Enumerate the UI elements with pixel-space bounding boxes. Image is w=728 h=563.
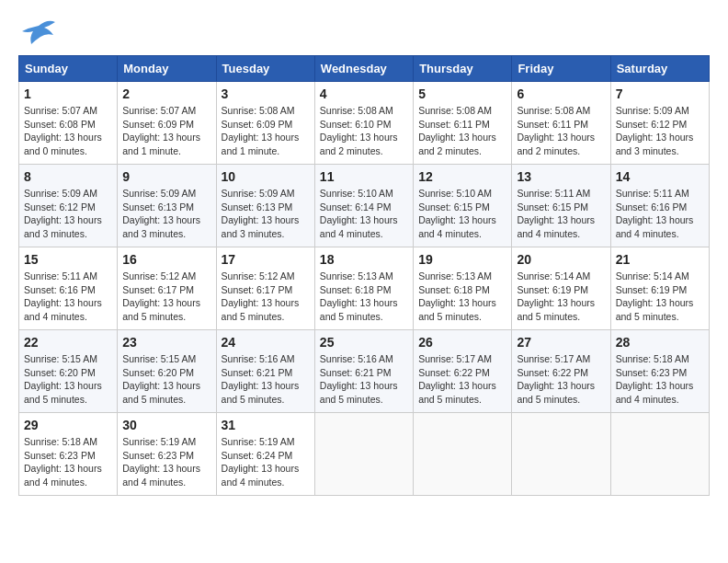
day-info-27: Sunrise: 5:17 AM Sunset: 6:22 PM Dayligh… <box>517 352 605 407</box>
day-number-16: 16 <box>122 252 210 267</box>
empty-cell <box>610 413 709 496</box>
day-info-14: Sunrise: 5:11 AM Sunset: 6:16 PM Dayligh… <box>616 187 704 241</box>
day-info-10: Sunrise: 5:09 AM Sunset: 6:13 PM Dayligh… <box>222 187 310 241</box>
weekday-saturday: Saturday <box>610 56 709 82</box>
day-info-20: Sunrise: 5:14 AM Sunset: 6:19 PM Dayligh… <box>517 270 605 324</box>
day-number-23: 23 <box>122 335 210 350</box>
day-info-25: Sunrise: 5:16 AM Sunset: 6:21 PM Dayligh… <box>320 352 408 407</box>
weekday-wednesday: Wednesday <box>314 56 413 82</box>
day-cell-3: 3Sunrise: 5:08 AM Sunset: 6:09 PM Daylig… <box>216 82 314 165</box>
day-cell-31: 31Sunrise: 5:19 AM Sunset: 6:24 PM Dayli… <box>216 413 314 496</box>
day-info-26: Sunrise: 5:17 AM Sunset: 6:22 PM Dayligh… <box>418 352 506 407</box>
day-info-12: Sunrise: 5:10 AM Sunset: 6:15 PM Dayligh… <box>418 187 506 241</box>
day-number-12: 12 <box>418 169 506 184</box>
day-cell-22: 22Sunrise: 5:15 AM Sunset: 6:20 PM Dayli… <box>19 330 118 413</box>
day-cell-15: 15Sunrise: 5:11 AM Sunset: 6:16 PM Dayli… <box>19 247 118 330</box>
day-cell-6: 6Sunrise: 5:08 AM Sunset: 6:11 PM Daylig… <box>512 82 610 165</box>
weekday-thursday: Thursday <box>414 56 512 82</box>
day-number-8: 8 <box>24 169 112 184</box>
day-cell-4: 4Sunrise: 5:08 AM Sunset: 6:10 PM Daylig… <box>314 82 413 165</box>
day-info-4: Sunrise: 5:08 AM Sunset: 6:10 PM Dayligh… <box>320 104 408 158</box>
day-number-30: 30 <box>122 418 210 432</box>
day-number-31: 31 <box>222 418 310 432</box>
logo-bird-icon <box>22 18 55 46</box>
day-number-28: 28 <box>616 335 704 350</box>
day-info-17: Sunrise: 5:12 AM Sunset: 6:17 PM Dayligh… <box>222 270 310 324</box>
empty-cell <box>512 413 610 496</box>
day-info-6: Sunrise: 5:08 AM Sunset: 6:11 PM Dayligh… <box>517 104 605 158</box>
day-cell-20: 20Sunrise: 5:14 AM Sunset: 6:19 PM Dayli… <box>512 247 610 330</box>
day-info-11: Sunrise: 5:10 AM Sunset: 6:14 PM Dayligh… <box>320 187 408 241</box>
day-number-5: 5 <box>418 86 506 101</box>
week-row-2: 8Sunrise: 5:09 AM Sunset: 6:12 PM Daylig… <box>19 165 710 247</box>
day-info-31: Sunrise: 5:19 AM Sunset: 6:24 PM Dayligh… <box>222 435 310 489</box>
day-info-19: Sunrise: 5:13 AM Sunset: 6:18 PM Dayligh… <box>418 270 506 324</box>
day-info-23: Sunrise: 5:15 AM Sunset: 6:20 PM Dayligh… <box>122 352 210 407</box>
day-cell-2: 2Sunrise: 5:07 AM Sunset: 6:09 PM Daylig… <box>118 82 216 165</box>
weekday-sunday: Sunday <box>19 56 118 82</box>
day-cell-16: 16Sunrise: 5:12 AM Sunset: 6:17 PM Dayli… <box>118 247 216 330</box>
day-cell-7: 7Sunrise: 5:09 AM Sunset: 6:12 PM Daylig… <box>610 82 709 165</box>
day-number-11: 11 <box>320 169 408 184</box>
day-cell-28: 28Sunrise: 5:18 AM Sunset: 6:23 PM Dayli… <box>610 330 709 413</box>
day-info-30: Sunrise: 5:19 AM Sunset: 6:23 PM Dayligh… <box>122 435 210 489</box>
day-number-20: 20 <box>517 252 605 267</box>
day-number-7: 7 <box>616 86 704 101</box>
day-number-21: 21 <box>616 252 704 267</box>
day-cell-9: 9Sunrise: 5:09 AM Sunset: 6:13 PM Daylig… <box>118 165 216 247</box>
week-row-4: 22Sunrise: 5:15 AM Sunset: 6:20 PM Dayli… <box>19 330 710 413</box>
day-info-3: Sunrise: 5:08 AM Sunset: 6:09 PM Dayligh… <box>222 104 310 158</box>
day-info-1: Sunrise: 5:07 AM Sunset: 6:08 PM Dayligh… <box>24 104 112 158</box>
day-info-29: Sunrise: 5:18 AM Sunset: 6:23 PM Dayligh… <box>24 435 112 489</box>
day-number-27: 27 <box>517 335 605 350</box>
empty-cell <box>314 413 413 496</box>
day-number-10: 10 <box>222 169 310 184</box>
day-info-13: Sunrise: 5:11 AM Sunset: 6:15 PM Dayligh… <box>517 187 605 241</box>
page-header <box>18 18 710 46</box>
weekday-monday: Monday <box>118 56 216 82</box>
day-number-17: 17 <box>222 252 310 267</box>
day-cell-14: 14Sunrise: 5:11 AM Sunset: 6:16 PM Dayli… <box>610 165 709 247</box>
day-number-25: 25 <box>320 335 408 350</box>
day-cell-23: 23Sunrise: 5:15 AM Sunset: 6:20 PM Dayli… <box>118 330 216 413</box>
day-cell-29: 29Sunrise: 5:18 AM Sunset: 6:23 PM Dayli… <box>19 413 118 496</box>
day-info-2: Sunrise: 5:07 AM Sunset: 6:09 PM Dayligh… <box>122 104 210 158</box>
day-number-29: 29 <box>24 418 112 432</box>
day-number-22: 22 <box>24 335 112 350</box>
day-cell-1: 1Sunrise: 5:07 AM Sunset: 6:08 PM Daylig… <box>19 82 118 165</box>
day-cell-17: 17Sunrise: 5:12 AM Sunset: 6:17 PM Dayli… <box>216 247 314 330</box>
day-info-8: Sunrise: 5:09 AM Sunset: 6:12 PM Dayligh… <box>24 187 112 241</box>
day-cell-30: 30Sunrise: 5:19 AM Sunset: 6:23 PM Dayli… <box>118 413 216 496</box>
day-info-24: Sunrise: 5:16 AM Sunset: 6:21 PM Dayligh… <box>222 352 310 407</box>
day-cell-11: 11Sunrise: 5:10 AM Sunset: 6:14 PM Dayli… <box>314 165 413 247</box>
day-cell-8: 8Sunrise: 5:09 AM Sunset: 6:12 PM Daylig… <box>19 165 118 247</box>
day-number-15: 15 <box>24 252 112 267</box>
calendar-table: SundayMondayTuesdayWednesdayThursdayFrid… <box>18 55 710 496</box>
day-number-18: 18 <box>320 252 408 267</box>
day-cell-26: 26Sunrise: 5:17 AM Sunset: 6:22 PM Dayli… <box>414 330 512 413</box>
day-info-16: Sunrise: 5:12 AM Sunset: 6:17 PM Dayligh… <box>122 270 210 324</box>
day-info-18: Sunrise: 5:13 AM Sunset: 6:18 PM Dayligh… <box>320 270 408 324</box>
day-cell-13: 13Sunrise: 5:11 AM Sunset: 6:15 PM Dayli… <box>512 165 610 247</box>
day-number-26: 26 <box>418 335 506 350</box>
day-number-2: 2 <box>122 86 210 101</box>
day-number-13: 13 <box>517 169 605 184</box>
week-row-3: 15Sunrise: 5:11 AM Sunset: 6:16 PM Dayli… <box>19 247 710 330</box>
day-number-1: 1 <box>24 86 112 101</box>
day-number-4: 4 <box>320 86 408 101</box>
weekday-friday: Friday <box>512 56 610 82</box>
weekday-tuesday: Tuesday <box>216 56 314 82</box>
day-cell-19: 19Sunrise: 5:13 AM Sunset: 6:18 PM Dayli… <box>414 247 512 330</box>
day-number-3: 3 <box>222 86 310 101</box>
day-cell-5: 5Sunrise: 5:08 AM Sunset: 6:11 PM Daylig… <box>414 82 512 165</box>
day-info-28: Sunrise: 5:18 AM Sunset: 6:23 PM Dayligh… <box>616 352 704 407</box>
day-cell-24: 24Sunrise: 5:16 AM Sunset: 6:21 PM Dayli… <box>216 330 314 413</box>
day-cell-18: 18Sunrise: 5:13 AM Sunset: 6:18 PM Dayli… <box>314 247 413 330</box>
day-cell-10: 10Sunrise: 5:09 AM Sunset: 6:13 PM Dayli… <box>216 165 314 247</box>
day-info-5: Sunrise: 5:08 AM Sunset: 6:11 PM Dayligh… <box>418 104 506 158</box>
day-number-6: 6 <box>517 86 605 101</box>
weekday-header-row: SundayMondayTuesdayWednesdayThursdayFrid… <box>19 56 710 82</box>
day-number-19: 19 <box>418 252 506 267</box>
day-info-22: Sunrise: 5:15 AM Sunset: 6:20 PM Dayligh… <box>24 352 112 407</box>
logo <box>18 18 55 46</box>
